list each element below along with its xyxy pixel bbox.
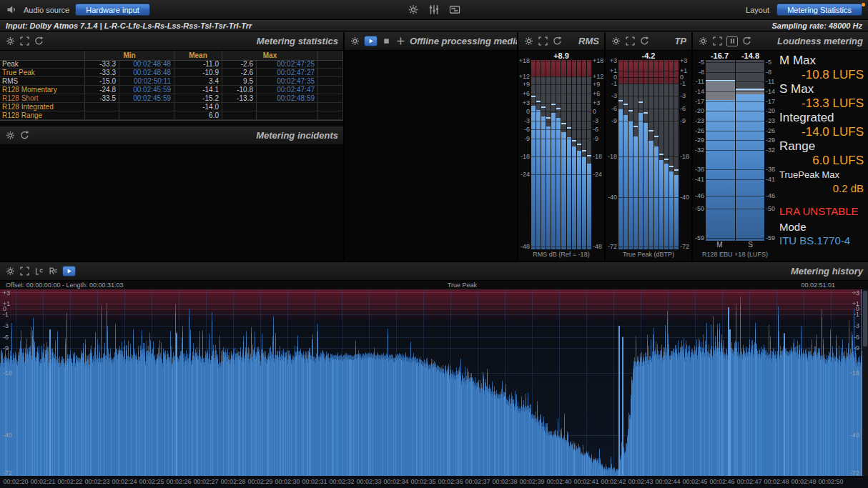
gear-icon[interactable] (523, 36, 534, 46)
pause-icon[interactable] (726, 36, 738, 46)
meter-scale-label: -32 (695, 146, 704, 154)
meter-scale-label: -3 (524, 117, 530, 124)
meter-scale-label: -6 (524, 126, 530, 133)
add-icon[interactable] (395, 36, 406, 46)
history-time-label: 00:02:31 (302, 478, 327, 485)
statistics-table: Min Mean Max Peak-33.300:02:48:48-11.0-2… (0, 51, 343, 121)
input-channel-info: Input: Dolby Atmos 7.1.4 | L-R-C-Lfe-Ls-… (6, 21, 252, 30)
gear-icon[interactable] (350, 36, 360, 46)
reset-scale-icon[interactable] (48, 266, 59, 277)
gear-icon[interactable] (5, 266, 16, 277)
stop-icon[interactable] (381, 36, 392, 46)
loudness-ms-meter[interactable]: -16.7 -14.8 -5-8-11-14-17-20-23-26-29-32… (693, 51, 777, 261)
history-time-label: 00:02:20 (3, 478, 28, 485)
offline-title: Offline processing media ... (410, 36, 517, 46)
gear-icon[interactable] (408, 4, 420, 16)
stats-table-row: True Peak-33.300:02:48:48-10.9-2.600:02:… (0, 69, 343, 77)
fullscreen-icon[interactable] (19, 266, 30, 277)
meter-channel (638, 60, 643, 249)
meter-scale-label: +6 (593, 90, 600, 97)
fullscreen-icon[interactable] (712, 36, 723, 46)
stats-cell: 00:02:47:25 (257, 60, 318, 69)
stats-cell: -15.2 (174, 94, 222, 103)
play-icon[interactable] (364, 36, 378, 46)
io-icon[interactable] (449, 4, 461, 16)
stats-cell: R128 Range (0, 111, 85, 120)
refresh-icon[interactable] (552, 36, 563, 46)
refresh-icon[interactable] (639, 36, 650, 46)
tp-scale-caption: True Peak (dBTP) (606, 249, 691, 261)
meter-bars[interactable] (706, 60, 764, 241)
history-plot-area: +3+3+1+100-1-1-3-3-6-6-9-9-18-18-40-40-7… (0, 289, 868, 476)
rms-meter-display[interactable]: +18+12+9+6+30-3-6-9-18-24-48+18+12+9+6+3… (520, 60, 603, 249)
meter-scale-label: -18 (521, 153, 530, 160)
fullscreen-icon[interactable] (19, 36, 30, 46)
meter-scale-label: -24 (521, 171, 530, 178)
meter-scale-label: -72 (680, 243, 689, 250)
db-scale-icon[interactable] (34, 266, 44, 277)
meter-scale-label: +6 (523, 90, 530, 97)
meter-scale-label: -14 (766, 88, 775, 95)
loudness-metering-panel: Loudness metering -16.7 -14.8 -5-8-11-14… (693, 32, 868, 261)
meter-channel (643, 60, 648, 249)
meter-scale-label: -23 (766, 117, 775, 124)
mixer-icon[interactable] (428, 4, 440, 16)
history-time-label: 00:02:41 (573, 478, 598, 485)
stats-cell: 3.4 (174, 77, 222, 86)
m-max-label: M Max (779, 54, 864, 68)
fullscreen-icon[interactable] (625, 36, 636, 46)
history-time-label: 00:02:35 (410, 478, 435, 485)
range-label: Range (779, 139, 864, 154)
play-icon[interactable] (62, 266, 76, 277)
meter-channel (541, 60, 546, 249)
refresh-icon[interactable] (34, 36, 44, 46)
meter-channel (628, 60, 633, 249)
meter-scale-label: -41 (766, 176, 775, 183)
audio-source-icon (6, 4, 18, 16)
meter-scale-label: -29 (766, 136, 775, 144)
meter-scale-label: -11 (696, 78, 704, 85)
meter-scale-label: -3 (680, 92, 686, 99)
tp-meter-display[interactable]: +3+10-1-3-6-9-18-40-72+3+10-1-3-6-9-18-4… (607, 60, 690, 249)
offline-header: Offline processing media ... (345, 32, 517, 51)
stats-cell (119, 103, 174, 111)
meter-scale-label: +12 (593, 73, 603, 80)
meter-channel (572, 60, 576, 249)
col-header-max: Max (222, 51, 318, 61)
stats-cell: Peak (0, 60, 85, 69)
loudness-title: Loudness metering (777, 36, 863, 46)
meter-scale-label: -50 (695, 205, 704, 212)
stats-cell: -24.8 (85, 86, 119, 94)
gear-icon[interactable] (5, 36, 16, 46)
layout-select-button[interactable]: Metering Statistics (776, 4, 862, 16)
truepeak-meter-panel: TP -4.2 +3+10-1-3-6-9-18-40-72+3+10-1-3-… (606, 32, 691, 261)
history-waveform-canvas[interactable] (0, 289, 862, 476)
history-scrollbar[interactable] (862, 289, 868, 476)
meter-scale-label: -14 (695, 88, 704, 95)
meter-scale-label: -8 (766, 69, 771, 76)
statistics-title: Metering statistics (257, 36, 338, 46)
meter-scale-label: -1 (680, 80, 686, 87)
gear-icon[interactable] (5, 130, 16, 141)
status-indicator-dot (862, 3, 865, 6)
fullscreen-icon[interactable] (538, 36, 548, 46)
stats-cell: 00:02:45:59 (119, 86, 174, 94)
history-time-label: 00:02:26 (166, 478, 191, 485)
history-scrollbar-handle[interactable] (863, 291, 867, 347)
meter-scale-label: -38 (766, 166, 775, 173)
history-time-label: 00:02:50 (818, 478, 843, 485)
refresh-icon[interactable] (741, 36, 752, 46)
meter-bars[interactable] (531, 60, 591, 249)
stats-table-row: Peak-33.300:02:48:48-11.0-2.600:02:47:25 (0, 60, 343, 69)
loudness-readout: M Max -10.8 LUFS S Max -13.3 LUFS Integr… (777, 51, 868, 261)
refresh-icon[interactable] (19, 130, 30, 141)
gear-icon[interactable] (698, 36, 709, 46)
offline-empty-area (345, 51, 517, 261)
stats-cell: -14.0 (174, 103, 222, 111)
meter-bars[interactable] (618, 60, 679, 249)
history-time-label: 00:02:42 (601, 478, 626, 485)
tp-current-value: -4.2 (606, 51, 691, 60)
gear-icon[interactable] (611, 36, 621, 46)
history-time-label: 00:02:39 (519, 478, 544, 485)
hardware-input-button[interactable]: Hardware input (75, 4, 150, 16)
